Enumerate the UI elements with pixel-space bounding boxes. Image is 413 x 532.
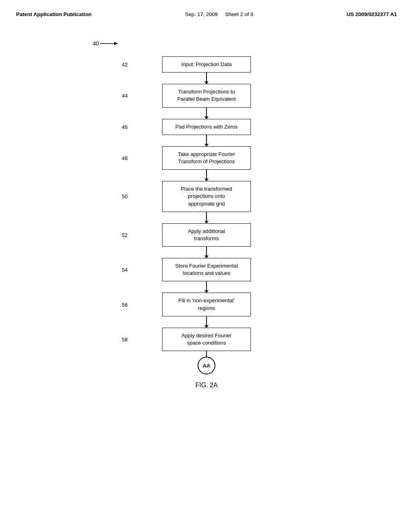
step-50-label: 50 [122, 193, 127, 200]
header-right: US 2009/0232377 A1 [346, 11, 397, 17]
step-46-text: Pad Projections with Zeros [175, 124, 238, 130]
arrow-50-52 [206, 212, 207, 223]
step-54-row: 54 Store Fourier Experimentallocations a… [146, 258, 267, 281]
arrow-54-56 [206, 281, 207, 293]
figure-label: FIG. 2A [195, 382, 217, 389]
step-46-label: 46 [122, 124, 127, 130]
step-42-wrapper: 42 Input: Projection Data [146, 56, 267, 84]
page-header: Patent Application Publication Sep. 17, … [0, 0, 413, 17]
step-42-label: 42 [122, 62, 127, 68]
diagram-label-40: 40 [93, 39, 118, 48]
arrow-42-44 [206, 73, 207, 84]
step-58-box: Apply desired Fourierspace conditions [162, 328, 251, 351]
step-54-wrapper: 54 Store Fourier Experimentallocations a… [146, 258, 267, 293]
connector-aa-text: AA [203, 363, 211, 369]
arrow-56-58 [206, 316, 207, 328]
step-46-row: 46 Pad Projections with Zeros [146, 119, 267, 135]
step-52-text: Apply additionaltransforms [188, 228, 225, 241]
step-44-text: Transform Projections toParallel Beam Eq… [177, 89, 236, 102]
flowchart: 42 Input: Projection Data 44 Transform P… [146, 56, 267, 389]
step-54-label: 54 [122, 267, 127, 273]
arrow-52-54 [206, 247, 207, 258]
step-46-box: Pad Projections with Zeros [162, 119, 251, 135]
label-40-arrow [100, 39, 118, 48]
step-48-wrapper: 48 Take appropriate FourierTransform of … [146, 146, 267, 181]
step-52-box: Apply additionaltransforms [162, 223, 251, 247]
step-52-label: 52 [122, 232, 127, 238]
step-58-text: Apply desired Fourierspace conditions [181, 332, 232, 346]
step-50-text: Place the transformedprojections ontoapp… [181, 186, 232, 206]
step-48-box: Take appropriate FourierTransform of Pro… [162, 146, 251, 170]
step-58-wrapper: 58 Apply desired Fourierspace conditions [146, 328, 267, 357]
step-50-wrapper: 50 Place the transformedprojections onto… [146, 181, 267, 223]
svg-marker-1 [114, 42, 118, 45]
step-48-label: 48 [122, 155, 127, 161]
step-42-box: Input: Projection Data [162, 56, 251, 73]
step-54-box: Store Fourier Experimentallocations and … [162, 258, 251, 281]
step-52-wrapper: 52 Apply additionaltransforms [146, 223, 267, 258]
step-50-row: 50 Place the transformedprojections onto… [146, 181, 267, 212]
step-44-box: Transform Projections toParallel Beam Eq… [162, 84, 251, 107]
step-48-text: Take appropriate FourierTransform of Pro… [178, 151, 235, 164]
step-54-text: Store Fourier Experimentallocations and … [175, 263, 238, 276]
figure-label-area: FIG. 2A [195, 382, 217, 389]
step-56-wrapper: 56 Fill in 'non-experimental'regions [146, 293, 267, 327]
header-left: Patent Application Publication [16, 11, 92, 17]
stub-58-aa [206, 351, 207, 357]
step-44-wrapper: 44 Transform Projections toParallel Beam… [146, 84, 267, 118]
arrow-48-50 [206, 170, 207, 181]
step-50-box: Place the transformedprojections ontoapp… [162, 181, 251, 212]
label-40-text: 40 [93, 40, 99, 47]
step-42-text: Input: Projection Data [181, 61, 232, 67]
step-56-row: 56 Fill in 'non-experimental'regions [146, 293, 267, 316]
step-42-row: 42 Input: Projection Data [146, 56, 267, 73]
diagram-area: 40 42 Input: Projection Data 44 Transfor… [0, 32, 413, 532]
arrow-46-48 [206, 135, 207, 146]
step-52-row: 52 Apply additionaltransforms [146, 223, 267, 247]
step-44-label: 44 [122, 93, 127, 99]
step-58-row: 58 Apply desired Fourierspace conditions [146, 328, 267, 351]
header-date: Sep. 17, 2009 [185, 11, 218, 17]
step-46-wrapper: 46 Pad Projections with Zeros [146, 119, 267, 146]
header-sheet: Sheet 2 of 9 [225, 11, 253, 17]
connector-aa: AA [198, 357, 215, 374]
step-56-box: Fill in 'non-experimental'regions [162, 293, 251, 316]
step-58-label: 58 [122, 337, 127, 343]
step-56-text: Fill in 'non-experimental'regions [178, 297, 234, 311]
step-56-label: 56 [122, 301, 127, 308]
step-44-row: 44 Transform Projections toParallel Beam… [146, 84, 267, 107]
header-center: Sep. 17, 2009 Sheet 2 of 9 [185, 11, 253, 17]
step-48-row: 48 Take appropriate FourierTransform of … [146, 146, 267, 170]
arrow-44-46 [206, 108, 207, 119]
